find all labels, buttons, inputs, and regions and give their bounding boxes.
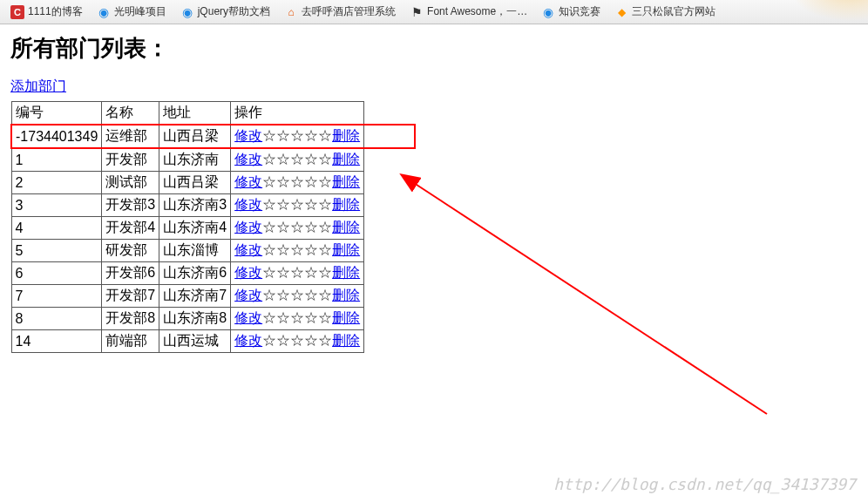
bookmark-item[interactable]: ◉jQuery帮助文档 (175, 3, 275, 21)
cell-address: 山西吕梁 (159, 125, 231, 148)
table-header-cell: 操作 (231, 102, 364, 126)
bookmark-icon: ◉ (97, 5, 111, 19)
cell-address: 山西吕梁 (159, 172, 231, 194)
cell-actions: 修改☆☆☆☆☆删除 (231, 148, 364, 172)
stars-separator: ☆☆☆☆☆ (262, 310, 332, 325)
table-header-cell: 名称 (102, 102, 159, 126)
cell-id: 6 (11, 262, 102, 285)
bookmark-label: 三只松鼠官方网站 (632, 4, 715, 19)
table-row: 5研发部山东淄博修改☆☆☆☆☆删除 (11, 240, 364, 262)
stars-separator: ☆☆☆☆☆ (262, 174, 332, 189)
bookmark-icon: ⌂ (284, 5, 298, 19)
cell-id: 3 (11, 194, 102, 217)
bookmark-icon: ⚑ (410, 5, 424, 19)
cell-name: 测试部 (102, 172, 159, 194)
edit-link[interactable]: 修改 (234, 174, 262, 189)
delete-link[interactable]: 删除 (332, 242, 360, 257)
department-table: 编号名称地址操作-1734401349运维部山西吕梁修改☆☆☆☆☆删除1开发部山… (10, 101, 364, 353)
cell-actions: 修改☆☆☆☆☆删除 (231, 217, 364, 240)
cell-address: 山东济南8 (159, 308, 231, 330)
cell-address: 山东淄博 (159, 240, 231, 262)
delete-link[interactable]: 删除 (332, 265, 360, 280)
cell-name: 开发部7 (102, 285, 159, 308)
bookmark-label: 去呼呼酒店管理系统 (302, 4, 396, 19)
table-row: 14前端部山西运城修改☆☆☆☆☆删除 (11, 330, 364, 353)
cell-id: 8 (11, 308, 102, 330)
table-row: 6开发部6山东济南6修改☆☆☆☆☆删除 (11, 262, 364, 285)
edit-link[interactable]: 修改 (234, 197, 262, 212)
stars-separator: ☆☆☆☆☆ (262, 128, 332, 143)
stars-separator: ☆☆☆☆☆ (262, 242, 332, 257)
cell-id: 5 (11, 240, 102, 262)
delete-link[interactable]: 删除 (332, 174, 360, 189)
cell-actions: 修改☆☆☆☆☆删除 (231, 308, 364, 330)
cell-actions: 修改☆☆☆☆☆删除 (231, 262, 364, 285)
cell-name: 开发部6 (102, 262, 159, 285)
table-row: 2测试部山西吕梁修改☆☆☆☆☆删除 (11, 172, 364, 194)
bookmark-item[interactable]: ⚑Font Awesome，一… (404, 3, 532, 21)
bookmark-icon: ◆ (614, 5, 628, 19)
bookmark-item[interactable]: ◆三只松鼠官方网站 (609, 3, 721, 21)
cell-name: 开发部 (102, 148, 159, 172)
cell-name: 运维部 (102, 125, 159, 148)
watermark: http://blog.csdn.net/qq_34137397 (553, 475, 856, 493)
add-department-link[interactable]: 添加部门 (10, 78, 66, 96)
bookmark-item[interactable]: C1111的博客 (5, 3, 88, 21)
bookmark-icon: C (10, 5, 24, 19)
cell-address: 山东济南 (159, 148, 231, 172)
bookmark-icon: ◉ (541, 5, 555, 19)
cell-actions: 修改☆☆☆☆☆删除 (231, 125, 364, 148)
bookmark-label: 1111的博客 (28, 4, 83, 19)
edit-link[interactable]: 修改 (234, 310, 262, 325)
table-row: -1734401349运维部山西吕梁修改☆☆☆☆☆删除 (11, 125, 364, 148)
cell-address: 山东济南3 (159, 194, 231, 217)
main-content: 所有部门列表： 添加部门 编号名称地址操作-1734401349运维部山西吕梁修… (0, 24, 868, 362)
delete-link[interactable]: 删除 (332, 152, 360, 166)
bookmark-item[interactable]: ⌂去呼呼酒店管理系统 (279, 3, 401, 21)
edit-link[interactable]: 修改 (234, 152, 262, 166)
cell-id: 14 (11, 330, 102, 353)
cell-name: 研发部 (102, 240, 159, 262)
cell-actions: 修改☆☆☆☆☆删除 (231, 285, 364, 308)
bookmark-bar: C1111的博客◉光明峰项目◉jQuery帮助文档⌂去呼呼酒店管理系统⚑Font… (0, 0, 868, 24)
delete-link[interactable]: 删除 (332, 220, 360, 234)
delete-link[interactable]: 删除 (332, 128, 360, 143)
stars-separator: ☆☆☆☆☆ (262, 265, 332, 280)
cell-id: 4 (11, 217, 102, 240)
edit-link[interactable]: 修改 (234, 128, 262, 143)
cell-id: -1734401349 (11, 125, 102, 148)
cell-name: 开发部4 (102, 217, 159, 240)
cell-actions: 修改☆☆☆☆☆删除 (231, 240, 364, 262)
table-row: 8开发部8山东济南8修改☆☆☆☆☆删除 (11, 308, 364, 330)
edit-link[interactable]: 修改 (234, 220, 262, 234)
cell-id: 7 (11, 285, 102, 308)
cell-address: 山东济南4 (159, 217, 231, 240)
delete-link[interactable]: 删除 (332, 310, 360, 325)
edit-link[interactable]: 修改 (234, 333, 262, 348)
edit-link[interactable]: 修改 (234, 242, 262, 257)
delete-link[interactable]: 删除 (332, 288, 360, 302)
bookmark-label: 知识竞赛 (559, 4, 600, 19)
edit-link[interactable]: 修改 (234, 265, 262, 280)
table-header-row: 编号名称地址操作 (11, 102, 364, 126)
cell-id: 2 (11, 172, 102, 194)
cell-actions: 修改☆☆☆☆☆删除 (231, 194, 364, 217)
highlight-extension (363, 124, 416, 149)
table-row: 1开发部山东济南修改☆☆☆☆☆删除 (11, 148, 364, 172)
cell-address: 山东济南6 (159, 262, 231, 285)
cell-name: 前端部 (102, 330, 159, 353)
bookmark-item[interactable]: ◉知识竞赛 (536, 3, 606, 21)
delete-link[interactable]: 删除 (332, 197, 360, 212)
table-row: 3开发部3山东济南3修改☆☆☆☆☆删除 (11, 194, 364, 217)
cell-actions: 修改☆☆☆☆☆删除 (231, 172, 364, 194)
cell-id: 1 (11, 148, 102, 172)
bookmark-label: jQuery帮助文档 (198, 4, 270, 19)
stars-separator: ☆☆☆☆☆ (262, 288, 332, 302)
edit-link[interactable]: 修改 (234, 288, 262, 302)
stars-separator: ☆☆☆☆☆ (262, 152, 332, 166)
cell-name: 开发部3 (102, 194, 159, 217)
bookmark-item[interactable]: ◉光明峰项目 (92, 3, 172, 21)
delete-link[interactable]: 删除 (332, 333, 360, 348)
table-row: 7开发部7山东济南7修改☆☆☆☆☆删除 (11, 285, 364, 308)
table-row: 4开发部4山东济南4修改☆☆☆☆☆删除 (11, 217, 364, 240)
